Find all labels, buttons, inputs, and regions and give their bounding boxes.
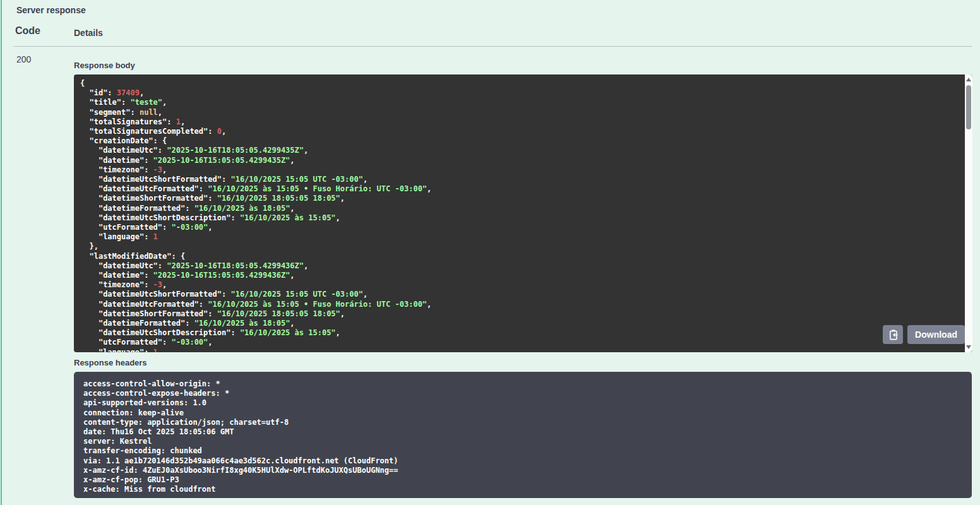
- response-body-block: { "id": 37409, "title": "teste", "segmen…: [74, 74, 972, 352]
- table-header-divider: [13, 46, 972, 47]
- opblock-left-accent: [1, 0, 2, 505]
- response-headers-code: access-control-allow-origin: * access-co…: [74, 372, 972, 498]
- status-code: 200: [16, 54, 31, 64]
- response-body-code[interactable]: { "id": 37409, "title": "teste", "segmen…: [74, 74, 972, 352]
- response-headers-block: access-control-allow-origin: * access-co…: [74, 372, 972, 498]
- scrollbar-down-arrow-icon[interactable]: [966, 345, 971, 349]
- copy-to-clipboard-button[interactable]: [883, 325, 903, 344]
- download-button[interactable]: Download: [907, 325, 965, 344]
- details-column-header: Details: [74, 28, 103, 38]
- scrollbar-up-arrow-icon[interactable]: [966, 78, 971, 81]
- scrollbar-thumb[interactable]: [966, 85, 971, 129]
- clipboard-copy-icon: [887, 329, 899, 341]
- code-column-header: Code: [15, 25, 40, 37]
- response-body-label: Response body: [74, 61, 135, 70]
- response-headers-label: Response headers: [74, 358, 147, 367]
- response-body-scrollbar[interactable]: [965, 74, 972, 352]
- server-response-title: Server response: [16, 5, 86, 15]
